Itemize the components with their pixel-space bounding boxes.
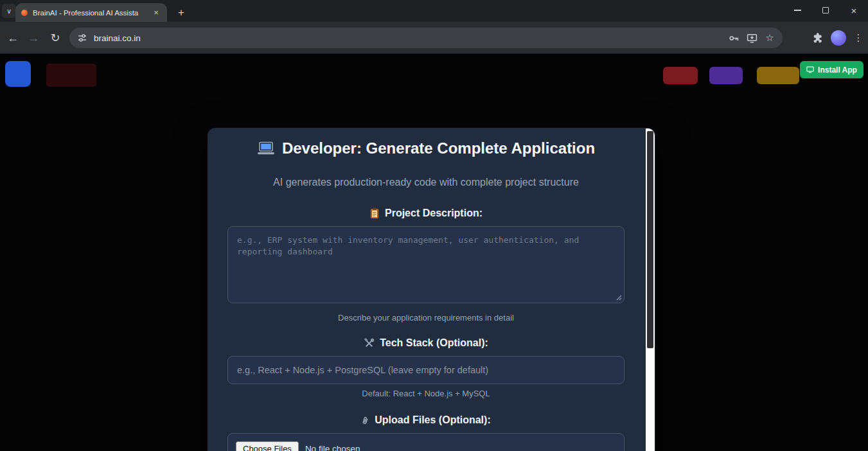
window-controls: × — [783, 0, 868, 21]
browser-toolbar: ← → ↻ brainai.co.in ☆ ⋮ — [0, 22, 868, 54]
tab-close-icon[interactable]: × — [151, 8, 161, 18]
tech-stack-input[interactable] — [227, 356, 624, 384]
profile-avatar[interactable] — [831, 30, 846, 46]
address-bar[interactable]: brainai.co.in ☆ — [69, 28, 783, 48]
chevron-down-icon: ∨ — [6, 7, 12, 15]
reload-button[interactable]: ↻ — [45, 28, 66, 48]
bookmark-star-icon[interactable]: ☆ — [763, 31, 776, 44]
new-tab-button[interactable]: + — [173, 5, 189, 21]
install-app-label: Install App — [818, 66, 857, 75]
tech-stack-label: Tech Stack (Optional): — [208, 337, 644, 349]
upload-files-label-text: Upload Files (Optional): — [375, 414, 490, 426]
install-app-button[interactable]: Install App — [800, 61, 864, 78]
window-maximize-button[interactable] — [811, 0, 840, 21]
laptop-icon — [257, 141, 275, 156]
forward-button[interactable]: → — [23, 28, 44, 48]
file-chosen-status: No file chosen — [305, 444, 360, 451]
tech-stack-label-text: Tech Stack (Optional): — [380, 337, 488, 349]
scrollbar-thumb[interactable] — [647, 131, 653, 348]
dimmed-button-purple[interactable] — [709, 67, 743, 84]
clipboard-icon — [369, 208, 380, 219]
window-close-button[interactable]: × — [840, 0, 868, 21]
tab-search-button[interactable]: ∨ — [2, 4, 16, 18]
modal-subtitle: AI generates production-ready code with … — [208, 177, 644, 188]
modal-content: Developer: Generate Complete Application… — [208, 128, 644, 451]
back-button[interactable]: ← — [3, 28, 23, 48]
password-key-icon[interactable] — [727, 31, 740, 44]
site-settings-icon[interactable] — [76, 31, 89, 44]
extensions-icon[interactable] — [811, 31, 824, 44]
file-upload-field[interactable]: Choose Files No file chosen — [227, 433, 624, 451]
browser-tab[interactable]: BrainAI - Professional AI Assista × — [15, 3, 167, 22]
modal-scrollbar[interactable]: ▼ — [646, 128, 655, 451]
maximize-icon — [822, 7, 829, 13]
paperclip-icon — [361, 415, 369, 426]
tab-title: BrainAI - Professional AI Assista — [33, 9, 146, 17]
project-description-textarea[interactable] — [227, 226, 624, 303]
project-description-label-text: Project Description: — [385, 208, 483, 219]
window-minimize-button[interactable] — [783, 0, 811, 21]
modal-title: Developer: Generate Complete Application — [208, 139, 644, 157]
toolbar-right-cluster: ⋮ — [811, 28, 864, 48]
install-app-icon — [806, 66, 814, 73]
install-pwa-icon[interactable] — [745, 31, 758, 44]
site-favicon-icon — [21, 10, 28, 16]
tech-stack-helper: Default: React + Node.js + MySQL — [208, 389, 644, 398]
dimmed-brand-text — [46, 64, 96, 87]
page-background: Install App Developer: Generate Complete… — [0, 55, 868, 451]
dimmed-button-red[interactable] — [663, 67, 698, 84]
dimmed-button-amber[interactable] — [757, 67, 799, 84]
modal-title-text: Developer: Generate Complete Application — [282, 139, 595, 157]
developer-modal: Developer: Generate Complete Application… — [208, 128, 655, 451]
tab-strip: ∨ BrainAI - Professional AI Assista × + … — [0, 0, 868, 22]
project-description-helper: Describe your application requirements i… — [208, 313, 644, 323]
menu-kebab-icon[interactable]: ⋮ — [853, 32, 864, 44]
tools-icon — [364, 338, 375, 349]
project-description-label: Project Description: — [208, 208, 644, 219]
url-text: brainai.co.in — [94, 33, 722, 43]
choose-files-button[interactable]: Choose Files — [236, 441, 299, 451]
minimize-icon — [794, 10, 801, 11]
upload-files-label: Upload Files (Optional): — [208, 414, 644, 426]
site-logo — [5, 61, 31, 87]
